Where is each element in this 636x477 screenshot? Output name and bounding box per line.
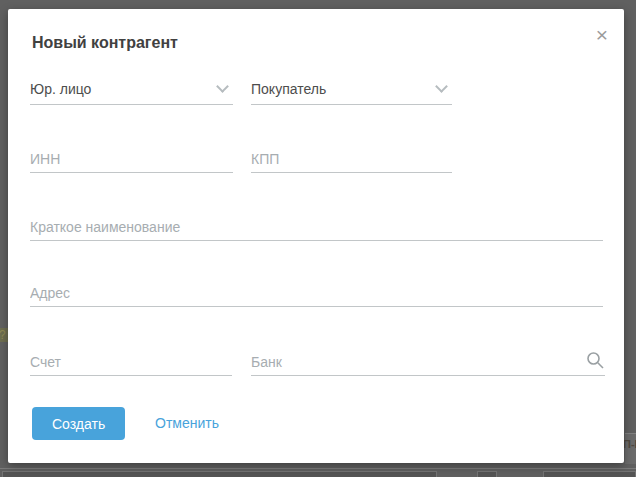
inn-field <box>30 140 233 173</box>
new-counterparty-dialog: Новый контрагент × Юр. лицо Покупатель С… <box>8 9 624 463</box>
dimmed-toolbar-cell <box>477 471 497 477</box>
short-name-field <box>30 208 603 241</box>
dimmed-text-fragment: П-Б <box>623 438 636 450</box>
dimmed-toolbar-cell <box>543 471 636 477</box>
kpp-input[interactable] <box>251 151 452 167</box>
dialog-title: Новый контрагент <box>32 34 178 52</box>
address-field <box>30 274 603 307</box>
chevron-down-icon <box>435 80 448 93</box>
account-input[interactable] <box>30 354 232 370</box>
dimmed-page-divider <box>0 468 636 469</box>
inn-input[interactable] <box>30 151 233 167</box>
account-field <box>30 343 232 376</box>
close-icon[interactable]: × <box>590 22 614 46</box>
dimmed-toolbar-cell <box>2 471 437 477</box>
entity-type-select[interactable]: Юр. лицо <box>30 72 233 105</box>
bank-input[interactable] <box>251 354 579 370</box>
short-name-input[interactable] <box>30 219 603 235</box>
counterparty-role-value: Покупатель <box>251 81 326 97</box>
kpp-field <box>251 140 452 173</box>
counterparty-role-select[interactable]: Покупатель <box>251 72 452 105</box>
entity-type-value: Юр. лицо <box>30 81 91 97</box>
chevron-down-icon <box>216 80 229 93</box>
cancel-button[interactable]: Отменить <box>147 407 227 440</box>
dimmed-help-fragment: ? <box>0 328 8 342</box>
search-icon[interactable] <box>585 350 605 370</box>
bank-field <box>251 343 605 376</box>
address-input[interactable] <box>30 285 603 301</box>
create-button[interactable]: Создать <box>32 407 125 440</box>
